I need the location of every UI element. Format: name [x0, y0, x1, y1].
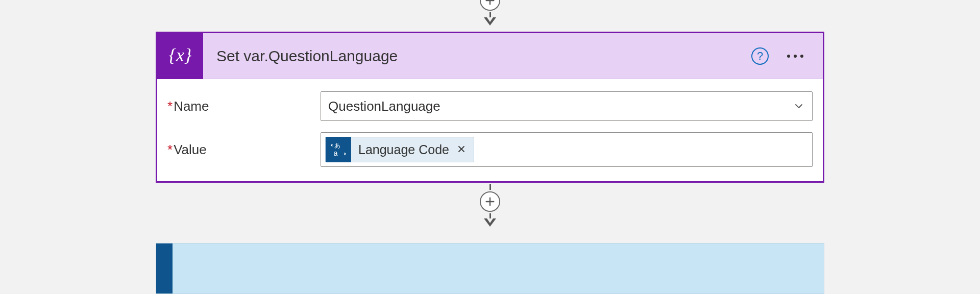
translate-icon: あ a [326, 137, 351, 162]
plus-icon [484, 0, 496, 6]
token-label: Language Code [358, 142, 449, 157]
plus-icon [484, 196, 496, 207]
add-step-button-bottom[interactable] [480, 191, 500, 212]
chevron-down-icon [793, 100, 805, 112]
action-card-set-variable: {x} Set var.QuestionLanguage ? *Name Que… [156, 32, 824, 183]
form-row-value: *Value あ a [167, 132, 813, 167]
card-title: Set var.QuestionLanguage [216, 47, 751, 65]
card-body: *Name QuestionLanguage *Value [157, 79, 823, 181]
connector-top [480, 0, 500, 26]
svg-text:a: a [334, 149, 338, 157]
token-remove-button[interactable] [455, 143, 468, 156]
next-action-card[interactable] [156, 243, 824, 294]
add-step-button-top[interactable] [480, 0, 500, 11]
next-action-icon-strip [156, 243, 173, 293]
value-input[interactable]: あ a Language Code [321, 132, 813, 167]
name-dropdown[interactable]: QuestionLanguage [321, 91, 813, 121]
dynamic-content-token[interactable]: あ a Language Code [325, 137, 474, 162]
label-value: *Value [167, 142, 321, 158]
label-name: *Name [167, 99, 321, 114]
connector-line [489, 184, 491, 190]
arrow-down-icon [484, 17, 496, 26]
variable-icon: {x} [157, 33, 203, 79]
required-marker: * [167, 142, 173, 157]
svg-text:あ: あ [334, 142, 340, 149]
more-menu-button[interactable] [783, 51, 807, 62]
close-icon [457, 145, 465, 153]
help-icon[interactable]: ? [751, 47, 769, 65]
connector-bottom [480, 184, 500, 227]
svg-text:{x}: {x} [168, 44, 192, 65]
required-marker: * [167, 99, 173, 114]
form-row-name: *Name QuestionLanguage [167, 91, 813, 121]
arrow-down-icon [484, 218, 496, 227]
card-header[interactable]: {x} Set var.QuestionLanguage ? [157, 33, 823, 79]
name-dropdown-value: QuestionLanguage [328, 99, 793, 114]
